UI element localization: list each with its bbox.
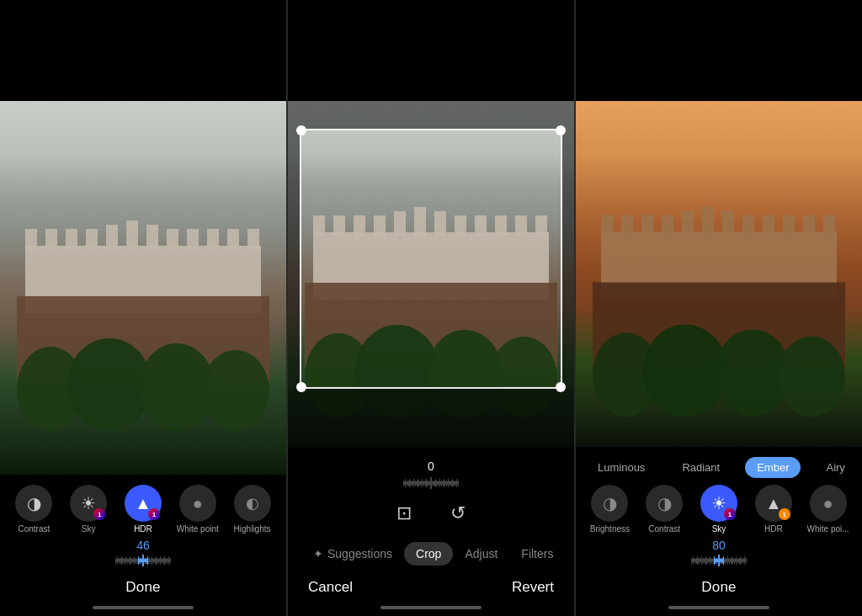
tool-sky[interactable]: ☀ 1 Sky (67, 485, 110, 534)
panel-3: Luminous Radiant Ember Airy Afterglow (574, 0, 862, 616)
panel-1-castle (0, 101, 286, 475)
p3-sky-badge: 1 (724, 508, 736, 520)
filter-ember[interactable]: Ember (745, 457, 801, 478)
tool-p3-white-point[interactable]: ● White poi... (806, 485, 850, 534)
svg-rect-37 (601, 232, 837, 300)
tab-filters[interactable]: Filters (509, 542, 565, 566)
svg-rect-21 (333, 215, 345, 236)
p3-contrast-icon-wrap: ◑ (646, 485, 683, 522)
filter-airy-label: Airy (814, 457, 856, 478)
panel-2-controls: 0 ⊡ ↺ ✦ Suggestions Crop Adjust Filters (288, 448, 574, 616)
crop-action-row: Cancel Revert (288, 572, 574, 603)
highlights-icon-wrap: ◐ (234, 485, 271, 522)
panel-1-tool-strip: ◑ Contrast ☀ 1 Sky ▲ 1 HDR (0, 481, 286, 537)
svg-rect-6 (106, 225, 118, 250)
svg-rect-25 (414, 207, 426, 236)
white-point-label: White point (177, 524, 219, 534)
panel-1-image (0, 101, 286, 475)
svg-rect-7 (126, 220, 138, 250)
svg-point-15 (17, 347, 84, 431)
svg-rect-29 (495, 215, 507, 236)
panel-3-value: 80 (576, 539, 862, 552)
svg-point-33 (305, 333, 372, 417)
p3-white-point-label: White poi... (807, 524, 849, 534)
svg-rect-31 (535, 215, 547, 236)
crop-value: 0 (288, 454, 574, 475)
tool-contrast[interactable]: ◑ Contrast (12, 485, 56, 534)
tab-filters-label: Filters (521, 547, 553, 560)
svg-point-18 (202, 350, 269, 431)
svg-rect-40 (641, 215, 653, 236)
svg-rect-38 (601, 215, 613, 236)
cancel-button[interactable]: Cancel (308, 579, 353, 596)
svg-rect-13 (247, 229, 259, 250)
panel-1-home (93, 606, 194, 609)
tab-suggestions[interactable]: ✦ Suggestions (301, 542, 404, 566)
sky-badge: 1 (93, 508, 105, 520)
filter-luminous[interactable]: Luminous (586, 457, 657, 478)
panel-3-done[interactable]: Done (576, 569, 862, 603)
tab-suggestions-label: Suggestions (327, 547, 392, 560)
panel-2: 0 ⊡ ↺ ✦ Suggestions Crop Adjust Filters (286, 0, 574, 616)
panel-1-done[interactable]: Done (0, 569, 286, 603)
tool-p3-hdr[interactable]: ▲ 1 HDR (752, 485, 795, 534)
panel-2-top-bar (288, 0, 574, 101)
p3-hdr-badge: 1 (779, 508, 790, 520)
svg-rect-14 (17, 296, 269, 380)
panel-1-slider[interactable] (0, 552, 286, 569)
panel-2-castle (288, 101, 574, 448)
rotate-icon[interactable]: ↺ (443, 498, 473, 528)
contrast-icon-wrap: ◑ (15, 485, 52, 522)
filter-airy[interactable]: Airy (814, 457, 856, 478)
svg-point-51 (593, 333, 660, 417)
aspect-ratio-icon[interactable]: ⊡ (389, 498, 419, 528)
panel-2-slider[interactable] (288, 475, 574, 491)
svg-rect-46 (763, 215, 774, 236)
filter-strip: Luminous Radiant Ember Airy Afterglow (576, 454, 862, 481)
tab-adjust[interactable]: Adjust (453, 542, 509, 566)
tool-p3-sky[interactable]: ☀ 1 Sky (697, 485, 741, 534)
tool-white-point[interactable]: ● White point (176, 485, 220, 534)
svg-rect-24 (394, 211, 406, 236)
tool-highlights[interactable]: ◐ Highlights (231, 485, 274, 534)
tab-crop[interactable]: Crop (404, 542, 453, 566)
white-point-icon-wrap: ● (179, 485, 216, 522)
p3-hdr-label: HDR (764, 524, 783, 534)
svg-point-34 (355, 325, 439, 417)
tool-p3-brightness[interactable]: ◑ Brightness (588, 485, 631, 534)
suggestions-icon: ✦ (313, 547, 323, 560)
tool-hdr[interactable]: ▲ 1 HDR (121, 485, 165, 534)
white-point-icon: ● (193, 494, 203, 513)
brightness-icon: ◑ (603, 493, 617, 513)
sky-label: Sky (82, 524, 96, 534)
svg-point-16 (67, 338, 152, 431)
contrast-icon: ◑ (27, 493, 41, 513)
panel-3-slider[interactable] (576, 552, 862, 569)
hdr-badge: 1 (148, 508, 160, 520)
filter-radiant-label: Radiant (670, 457, 732, 478)
revert-button[interactable]: Revert (512, 579, 554, 596)
tab-adjust-label: Adjust (465, 547, 498, 560)
panel-1-controls: ◑ Contrast ☀ 1 Sky ▲ 1 HDR (0, 475, 286, 616)
panel-1-top-bar (0, 0, 286, 101)
svg-rect-3 (45, 229, 57, 250)
panel-3-controls: Luminous Radiant Ember Airy Afterglow (576, 447, 862, 616)
main-container: ◑ Contrast ☀ 1 Sky ▲ 1 HDR (0, 0, 862, 616)
filter-radiant[interactable]: Radiant (670, 457, 732, 478)
tool-p3-contrast[interactable]: ◑ Contrast (642, 485, 686, 534)
panel-1-value: 46 (0, 539, 286, 552)
panel-2-home (380, 606, 482, 609)
highlights-label: Highlights (234, 524, 271, 534)
svg-rect-23 (374, 215, 386, 236)
sky-icon-wrap: ☀ 1 (70, 485, 107, 522)
crop-tab-bar: ✦ Suggestions Crop Adjust Filters (288, 535, 574, 572)
hdr-icon-wrap: ▲ 1 (125, 485, 162, 522)
svg-point-53 (715, 330, 790, 417)
brightness-label: Brightness (590, 524, 630, 534)
svg-rect-47 (783, 215, 795, 236)
svg-rect-30 (515, 215, 527, 236)
svg-rect-10 (187, 229, 199, 250)
contrast-label: Contrast (18, 524, 50, 534)
svg-point-36 (490, 337, 557, 417)
tab-crop-label: Crop (416, 547, 441, 560)
